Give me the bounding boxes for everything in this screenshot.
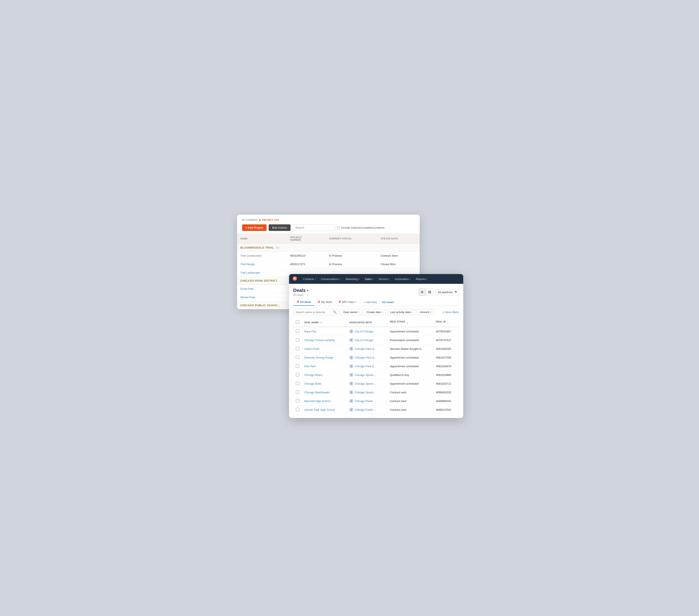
deal-id-header: DEAL ID — [436, 320, 446, 323]
project-note: Closed Won — [377, 260, 420, 269]
deal-name-link-8[interactable]: Marshall High School — [304, 400, 330, 403]
deal-owner-filter[interactable]: Deal owner ▾ — [341, 309, 362, 315]
row-checkbox-4[interactable] — [296, 364, 299, 367]
project-link-trail-landscape[interactable]: Trail Landscape — [240, 271, 260, 274]
assoc-avatar-0 — [349, 329, 353, 334]
assoc-name-9[interactable]: Chicago Public ... — [355, 408, 376, 411]
project-status: In Process — [326, 252, 377, 260]
deal-name-link-6[interactable]: Chicago Bulls — [304, 382, 321, 385]
assoc-avatar-9 — [349, 407, 353, 412]
assoc-name-5[interactable]: Chicago Sports ... — [355, 373, 377, 377]
deal-stage-header: DEAL STAGE — [390, 320, 405, 323]
crm-content: Deals ▾ 20 Deals — [289, 284, 463, 418]
grid-view-button[interactable] — [426, 289, 433, 295]
nav-automation[interactable]: Automation ▾ — [392, 274, 413, 284]
project-link-grant-park[interactable]: Grant Park — [240, 287, 254, 290]
assoc-name-6[interactable]: Chicago Sports ... — [355, 382, 377, 385]
project-link-trail-construction[interactable]: Trail Construction — [240, 254, 262, 257]
svg-point-19 — [351, 374, 352, 375]
row-checkbox-1[interactable] — [296, 338, 299, 342]
crm-window: Contacts ▾ Conversations ▾ Marketing ▾ S… — [289, 274, 463, 418]
deal-stage-0: Appointment scheduled — [387, 327, 433, 336]
associated-cell-0: City of Chicago — [349, 329, 385, 334]
col-associated-with: ASSOCIATED WITH — [347, 318, 387, 327]
pipeline-select[interactable]: All pipelines — [436, 289, 459, 295]
deal-name-link-3[interactable]: Diversey Driving Range — [304, 356, 333, 359]
row-checkbox-6[interactable] — [296, 381, 299, 385]
tab-mps-view[interactable]: 📌 MPs View ▾ — [335, 299, 359, 306]
table-row: Chicago Blackhawks Chicago Sports ... Co… — [293, 388, 459, 397]
crm-nav: Contacts ▾ Conversations ▾ Marketing ▾ S… — [289, 274, 463, 284]
assoc-name-3[interactable]: Chicago Park D... — [355, 356, 377, 359]
row-checkbox-7[interactable] — [296, 390, 299, 394]
marketing-chevron: ▾ — [358, 278, 360, 280]
deals-search-input[interactable] — [296, 310, 332, 314]
table-row: Marshall High School Chicago Public ... … — [293, 397, 459, 405]
assoc-avatar-2 — [349, 347, 353, 351]
deal-name-link-9[interactable]: Lincoln Park High School — [304, 408, 335, 411]
row-checkbox-5[interactable] — [296, 373, 299, 376]
deal-id-sort[interactable]: ▲ ▼ — [447, 321, 449, 324]
tab-my-deals[interactable]: 📌 My deals — [314, 299, 335, 306]
inactive-checkbox[interactable] — [337, 226, 340, 229]
nav-marketing[interactable]: Marketing ▾ — [343, 274, 362, 284]
deals-title: Deals ▾ — [293, 287, 308, 293]
nav-service[interactable]: Service ▾ — [376, 274, 392, 284]
associated-cell-6: Chicago Sports ... — [349, 381, 385, 386]
list-view-button[interactable] — [419, 289, 425, 295]
pin-icon-my: 📌 — [317, 300, 320, 303]
deal-name-link-1[interactable]: Chicago Transit Authority — [304, 338, 335, 342]
assoc-name-8[interactable]: Chicago Public ... — [355, 400, 376, 403]
nav-reports[interactable]: Reports ▾ — [413, 274, 430, 284]
associated-cell-1: City of Chicago — [349, 338, 385, 342]
inactive-checkbox-label[interactable]: Include Inactive/completed projects — [337, 226, 384, 229]
deal-name-link-0[interactable]: Navy Pier — [304, 330, 316, 333]
associated-with-header: ASSOCIATED WITH — [349, 321, 372, 324]
add-view-button[interactable]: + Add view — [361, 299, 380, 306]
deals-dropdown[interactable]: ▾ — [307, 289, 308, 292]
row-checkbox-2[interactable] — [296, 347, 299, 350]
col-status-note: STATUS NOTE — [377, 233, 420, 244]
deal-name-sort[interactable]: ⇅ — [320, 321, 322, 324]
project-search-input[interactable] — [293, 224, 335, 231]
deal-stage-1: Presentation scheduled — [387, 336, 433, 345]
assoc-name-4[interactable]: Chicago Park D... — [355, 365, 377, 368]
row-checkbox-0[interactable] — [296, 330, 299, 333]
last-activity-filter[interactable]: Last activity date ▾ — [387, 309, 415, 315]
row-checkbox-3[interactable] — [296, 356, 299, 359]
project-link-trail-design[interactable]: Trail Design — [240, 263, 255, 266]
all-views-button[interactable]: All views — [380, 299, 397, 306]
bulk-actions-button[interactable]: Bulk Actions — [269, 224, 291, 231]
col-current-status: CURRENT STATUS — [326, 233, 377, 244]
hubspot-logo[interactable] — [292, 276, 297, 282]
assoc-name-0[interactable]: City of Chicago — [355, 330, 373, 333]
deal-name-link-5[interactable]: Chicago Bears — [304, 373, 322, 377]
breadcrumb-company: MY COMPANY — [242, 219, 258, 221]
create-date-filter[interactable]: Create date ▾ — [364, 309, 385, 315]
deal-stage-sort[interactable]: ▲ ▼ — [407, 321, 408, 324]
tab-all-deals[interactable]: 📌 All deals — [293, 299, 314, 306]
nav-contacts[interactable]: Contacts ▾ — [301, 274, 318, 284]
deal-id-2: 4081040282 — [433, 345, 459, 353]
deal-name-link-7[interactable]: Chicago Blackhawks — [304, 391, 330, 394]
row-checkbox-9[interactable] — [296, 408, 299, 411]
more-filters-button[interactable]: ≡ More filters — [443, 309, 459, 315]
select-all-checkbox[interactable] — [296, 321, 299, 324]
table-row: Diversey Driving Range Chicago Park D...… — [293, 353, 459, 362]
project-link-wicker-park[interactable]: Wicker Park — [240, 296, 255, 299]
assoc-name-2[interactable]: Chicago Park D... — [355, 347, 377, 350]
assoc-name-1[interactable]: City of Chicago — [355, 338, 373, 342]
deal-name-link-2[interactable]: Adams Park — [304, 347, 319, 350]
table-row: Lincoln Park High School Chicago Public … — [293, 405, 459, 414]
add-project-button[interactable]: + Add Project — [242, 224, 267, 231]
col-select-all — [293, 318, 302, 327]
row-checkbox-8[interactable] — [296, 399, 299, 402]
amount-filter[interactable]: Amount ▾ — [417, 309, 434, 315]
assoc-name-7[interactable]: Chicago Sports ... — [355, 391, 377, 394]
deal-name-link-4[interactable]: Ellis Park — [304, 365, 316, 368]
assoc-avatar-6 — [349, 381, 353, 386]
nav-sales[interactable]: Sales ▾ — [362, 274, 376, 284]
breadcrumb: MY COMPANY ▶ PROJECT LIST — [242, 218, 414, 222]
table-row: Chicago Transit Authority City of Chicag… — [293, 336, 459, 345]
nav-conversations[interactable]: Conversations ▾ — [318, 274, 343, 284]
